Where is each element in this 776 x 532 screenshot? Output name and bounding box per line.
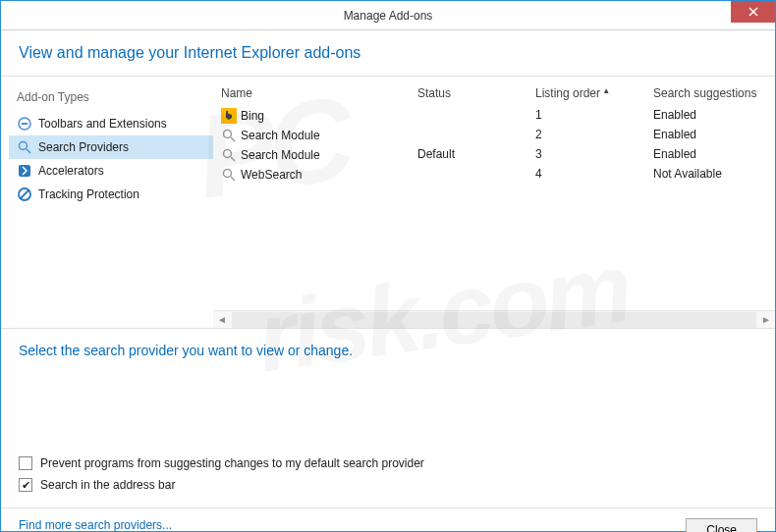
close-icon [748, 7, 758, 17]
search-provider-icon [221, 167, 237, 183]
sidebar-item-accelerators[interactable]: Accelerators [9, 159, 213, 183]
sidebar-item-label: Accelerators [38, 164, 104, 178]
sidebar-item-label: Search Providers [38, 140, 129, 154]
sidebar-item-label: Tracking Protection [38, 187, 139, 201]
provider-order: 2 [535, 128, 653, 143]
search-icon [17, 139, 32, 155]
scroll-right-arrow[interactable]: ► [757, 311, 775, 329]
page-header: View and manage your Internet Explorer a… [1, 30, 775, 77]
provider-name: Bing [241, 109, 264, 123]
page-title: View and manage your Internet Explorer a… [19, 44, 360, 61]
search-address-bar-row: ✔ Search in the address bar [19, 478, 757, 492]
provider-order: 1 [535, 108, 653, 124]
search-address-bar-checkbox[interactable]: ✔ [19, 478, 32, 492]
titlebar: Manage Add-ons [1, 1, 775, 30]
provider-suggestions: Not Available [653, 167, 775, 183]
svg-line-13 [231, 157, 235, 161]
provider-name: Search Module [241, 129, 320, 142]
sidebar-item-label: Toolbars and Extensions [38, 117, 167, 131]
col-header-name[interactable]: Name [221, 86, 417, 100]
sort-asc-icon: ▲ [600, 86, 610, 95]
provider-order: 4 [535, 167, 653, 183]
content-area: Add-on Types Toolbars and Extensions Sea… [1, 77, 775, 328]
sidebar-item-search-providers[interactable]: Search Providers [9, 135, 213, 159]
window-title: Manage Add-ons [344, 9, 433, 23]
search-address-bar-label: Search in the address bar [40, 478, 175, 492]
toolbars-icon [17, 116, 32, 132]
search-provider-icon [221, 128, 237, 143]
prevent-changes-row: Prevent programs from suggesting changes… [19, 456, 757, 470]
bing-icon [221, 108, 237, 124]
providers-table: Name Status Listing order ▲ Search sugge… [213, 77, 775, 328]
svg-line-5 [27, 149, 30, 153]
svg-line-8 [21, 190, 28, 198]
svg-point-14 [224, 170, 232, 178]
provider-order: 3 [535, 147, 653, 163]
provider-status [417, 167, 535, 183]
sidebar-item-tracking-protection[interactable]: Tracking Protection [9, 183, 213, 206]
svg-rect-6 [19, 165, 30, 177]
table-body: Bing 1 Enabled Search Module 2 Enabled S… [213, 106, 775, 310]
svg-line-11 [231, 137, 235, 141]
sidebar-title: Add-on Types [9, 86, 213, 112]
provider-suggestions: Enabled [653, 147, 775, 163]
search-provider-icon [221, 147, 237, 163]
find-more-link[interactable]: Find more search providers... [19, 518, 261, 532]
provider-status [417, 128, 535, 143]
scroll-track[interactable] [232, 312, 756, 328]
sidebar-item-toolbars[interactable]: Toolbars and Extensions [9, 112, 213, 135]
footer: Find more search providers... Learn more… [1, 507, 775, 532]
footer-links: Find more search providers... Learn more… [19, 518, 261, 532]
tracking-protection-icon [17, 186, 32, 202]
table-row[interactable]: Search Module Default 3 Enabled [213, 145, 775, 165]
svg-point-10 [224, 131, 232, 138]
detail-title: Select the search provider you want to v… [19, 343, 757, 358]
col-header-order[interactable]: Listing order ▲ [535, 86, 653, 100]
svg-rect-3 [22, 123, 28, 125]
provider-status: Default [417, 147, 535, 163]
col-header-suggestions[interactable]: Search suggestions [653, 86, 775, 100]
detail-panel: Select the search provider you want to v… [1, 328, 775, 507]
svg-point-12 [224, 150, 232, 158]
table-row[interactable]: WebSearch 4 Not Available [213, 165, 775, 185]
horizontal-scrollbar[interactable]: ◄ ► [213, 310, 775, 328]
table-row[interactable]: Bing 1 Enabled [213, 106, 775, 126]
scroll-left-arrow[interactable]: ◄ [213, 311, 231, 329]
svg-point-4 [20, 142, 28, 150]
sidebar: Add-on Types Toolbars and Extensions Sea… [1, 77, 213, 328]
window-close-button[interactable] [731, 1, 775, 23]
accelerators-icon [17, 163, 32, 179]
table-row[interactable]: Search Module 2 Enabled [213, 126, 775, 145]
col-header-status[interactable]: Status [417, 86, 535, 100]
close-button[interactable]: Close [686, 518, 757, 532]
provider-name: Search Module [241, 148, 320, 162]
svg-line-15 [231, 177, 235, 181]
prevent-changes-checkbox[interactable] [19, 456, 32, 470]
table-header-row: Name Status Listing order ▲ Search sugge… [213, 77, 775, 106]
prevent-changes-label: Prevent programs from suggesting changes… [40, 456, 424, 470]
provider-suggestions: Enabled [653, 128, 775, 143]
provider-status [417, 108, 535, 124]
manage-addons-window: PC risk.com Manage Add-ons View and mana… [0, 0, 776, 532]
provider-suggestions: Enabled [653, 108, 775, 124]
provider-name: WebSearch [241, 168, 302, 182]
